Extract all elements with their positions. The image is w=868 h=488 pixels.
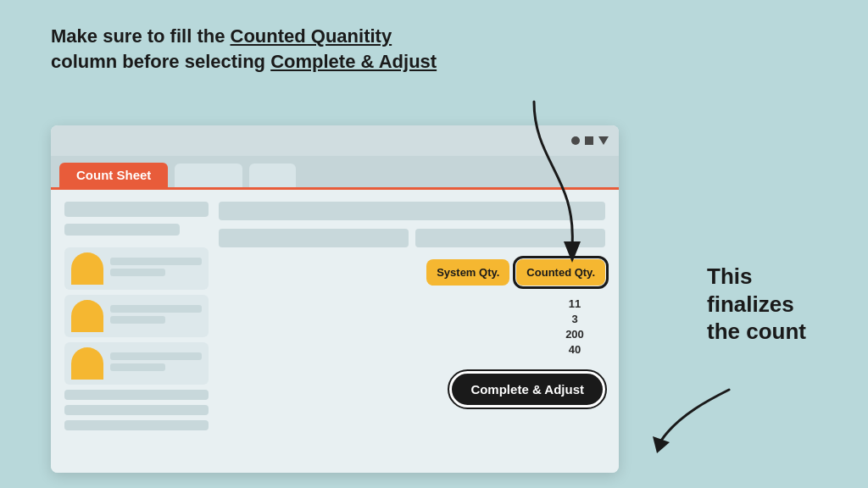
instruction-text: Make sure to fill the Counted Quanitity … [51, 24, 437, 74]
product-line-bar-short [110, 363, 165, 371]
right-text-line1: This [707, 263, 752, 289]
right-text-line2: finalizes [707, 291, 794, 317]
search-bar [64, 202, 209, 217]
filter-bar [64, 224, 180, 236]
data-value-2: 3 [544, 313, 605, 325]
empty-row-bar [64, 420, 209, 430]
empty-row-bar [64, 405, 209, 415]
product-line-3 [110, 352, 202, 374]
empty-row-bar [64, 390, 209, 400]
filter-bar-sm-1 [219, 229, 409, 247]
arrow-to-counted-icon [509, 93, 602, 288]
product-line-bar-short [110, 316, 165, 324]
tab-inactive-1[interactable] [175, 164, 242, 187]
instruction-line2: column before selecting Complete & Adjus… [51, 51, 437, 72]
product-line-bar [110, 258, 202, 265]
product-line-bar [110, 305, 202, 313]
arrow-to-button-icon [644, 381, 746, 466]
product-line-bar-short [110, 269, 165, 276]
tab-inactive-2[interactable] [249, 164, 296, 187]
product-row [64, 247, 209, 290]
complete-btn-wrapper: Complete & Adjust [219, 371, 605, 408]
product-avatar-2 [71, 300, 103, 332]
data-value-1: 11 [544, 297, 605, 310]
instruction-line1: Make sure to fill the Counted Quanitity [51, 25, 392, 47]
left-panel [64, 202, 209, 461]
product-row [64, 295, 209, 337]
product-avatar-1 [71, 252, 103, 285]
right-text-line3: the count [707, 319, 806, 344]
product-avatar-3 [71, 347, 103, 380]
counted-quantity-highlight: Counted Quanitity [231, 25, 392, 47]
svg-marker-0 [564, 241, 581, 263]
right-side-text: This finalizes the count [707, 263, 843, 346]
system-qty-header: System Qty. [426, 259, 509, 286]
data-value-4: 40 [544, 343, 605, 356]
data-rows: 11 3 200 40 [219, 297, 605, 356]
product-line-2 [110, 305, 202, 327]
product-line-bar [110, 352, 202, 360]
product-row [64, 342, 209, 385]
complete-adjust-button[interactable]: Complete & Adjust [449, 371, 605, 408]
complete-adjust-highlight: Complete & Adjust [270, 51, 437, 72]
product-line-1 [110, 258, 202, 280]
tab-count-sheet[interactable]: Count Sheet [59, 163, 168, 187]
data-value-3: 200 [544, 328, 605, 341]
empty-rows [64, 390, 209, 430]
